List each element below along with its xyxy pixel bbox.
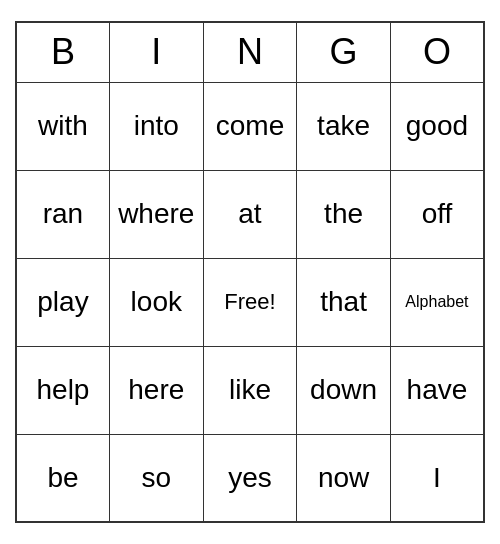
header-letter: I — [109, 22, 203, 82]
bingo-cell: where — [109, 170, 203, 258]
header-letter: G — [297, 22, 391, 82]
bingo-cell: now — [297, 434, 391, 522]
bingo-row: helpherelikedownhave — [16, 346, 484, 434]
bingo-cell: off — [390, 170, 484, 258]
bingo-cell: look — [109, 258, 203, 346]
bingo-card: BINGO withintocometakegoodranwhereattheo… — [15, 21, 485, 523]
bingo-row: playlookFree!thatAlphabet — [16, 258, 484, 346]
bingo-cell: Alphabet — [390, 258, 484, 346]
bingo-row: besoyesnowI — [16, 434, 484, 522]
bingo-row: ranwhereattheoff — [16, 170, 484, 258]
bingo-cell: ran — [16, 170, 109, 258]
bingo-cell: Free! — [203, 258, 297, 346]
bingo-cell: that — [297, 258, 391, 346]
bingo-cell: like — [203, 346, 297, 434]
bingo-cell: so — [109, 434, 203, 522]
bingo-cell: into — [109, 82, 203, 170]
bingo-row: withintocometakegood — [16, 82, 484, 170]
bingo-cell: here — [109, 346, 203, 434]
header-letter: O — [390, 22, 484, 82]
bingo-cell: help — [16, 346, 109, 434]
bingo-cell: play — [16, 258, 109, 346]
bingo-cell: yes — [203, 434, 297, 522]
bingo-cell: have — [390, 346, 484, 434]
bingo-cell: be — [16, 434, 109, 522]
header-letter: B — [16, 22, 109, 82]
header-row: BINGO — [16, 22, 484, 82]
header-letter: N — [203, 22, 297, 82]
bingo-cell: down — [297, 346, 391, 434]
bingo-cell: at — [203, 170, 297, 258]
bingo-cell: I — [390, 434, 484, 522]
bingo-cell: the — [297, 170, 391, 258]
bingo-cell: come — [203, 82, 297, 170]
bingo-cell: take — [297, 82, 391, 170]
bingo-cell: good — [390, 82, 484, 170]
bingo-cell: with — [16, 82, 109, 170]
